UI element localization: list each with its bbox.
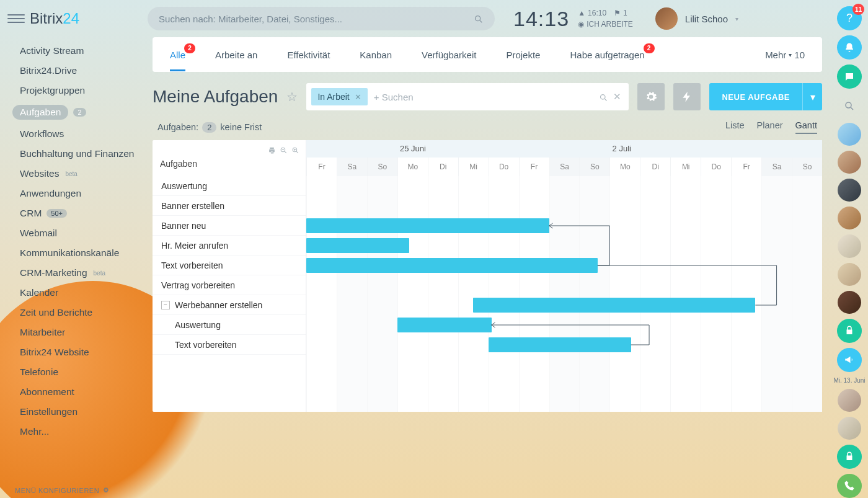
task-row[interactable]: Hr. Meier anrufen	[153, 236, 306, 256]
main-content: Alle2Arbeite anEffektivitätKanbanVerfügb…	[144, 37, 831, 498]
chevron-down-icon: ▾	[789, 51, 792, 58]
sidebar-item-9[interactable]: Webmail	[0, 223, 144, 243]
brand-logo[interactable]: Bitrix24	[30, 10, 79, 27]
sidebar-item-11[interactable]: CRM-Marketingbeta	[0, 263, 144, 283]
gantt-bar[interactable]	[473, 298, 755, 313]
phone-button[interactable]	[837, 474, 862, 498]
sidebar-item-5[interactable]: Buchhaltung und Finanzen	[0, 144, 144, 164]
sidebar-item-15[interactable]: Bitrix24 Website	[0, 342, 144, 362]
collapse-icon[interactable]: −	[161, 301, 170, 309]
chat-button[interactable]	[837, 64, 862, 89]
task-row[interactable]: Text vorbereiten	[153, 335, 306, 355]
task-row[interactable]: Banner neu	[153, 216, 306, 236]
tab-2[interactable]: Effektivität	[287, 38, 330, 71]
task-row[interactable]: −Werbebanner erstellen	[153, 295, 306, 315]
task-row[interactable]: Text vorbereiten	[153, 256, 306, 275]
sidebar-item-18[interactable]: Einstellungen	[0, 402, 144, 422]
sidebar-item-6[interactable]: Websitesbeta	[0, 164, 144, 184]
new-task-dropdown[interactable]: ▾	[802, 83, 822, 110]
sidebar-item-10[interactable]: Kommunikationskanäle	[0, 243, 144, 263]
contact-avatar-6[interactable]	[838, 263, 861, 286]
task-row[interactable]: Auswertung	[153, 315, 306, 335]
day-header: So	[579, 158, 609, 176]
favorite-star-icon[interactable]: ☆	[286, 89, 298, 104]
tab-more[interactable]: Mehr▾10	[765, 38, 805, 71]
day-header: Sa	[549, 158, 580, 176]
zoom-out-icon[interactable]	[280, 145, 288, 154]
gantt-timeline[interactable]	[306, 176, 822, 412]
sidebar-item-14[interactable]: Mitarbeiter	[0, 322, 144, 342]
tab-1[interactable]: Arbeite an	[215, 38, 257, 71]
user-name: Lilit Schoo	[685, 14, 728, 24]
user-menu[interactable]: Lilit Schoo ▾	[655, 7, 738, 30]
sidebar-item-0[interactable]: Activity Stream	[0, 41, 144, 61]
chip-remove-icon[interactable]: ✕	[355, 92, 361, 102]
notifications-button[interactable]	[837, 35, 862, 60]
day-header: Mi	[458, 158, 489, 176]
flag-icon: ⚑	[614, 9, 621, 17]
sidebar-item-17[interactable]: Abonnement	[0, 382, 144, 402]
lock-button-2[interactable]	[837, 445, 862, 469]
sidebar-item-2[interactable]: Projektgruppen	[0, 81, 144, 100]
tab-0[interactable]: Alle2	[170, 38, 185, 71]
gantt-bar[interactable]	[397, 318, 492, 332]
filter-box[interactable]: In Arbeit ✕ ✕	[306, 83, 629, 110]
view-planer[interactable]: Planer	[757, 120, 783, 134]
lock-button-1[interactable]	[837, 319, 862, 343]
task-row[interactable]: Banner erstellen	[153, 196, 306, 216]
contact-avatar-3[interactable]	[838, 179, 861, 202]
filter-clear-icon[interactable]: ✕	[613, 91, 621, 102]
view-list[interactable]: Liste	[725, 120, 745, 134]
sidebar-item-16[interactable]: Telefonie	[0, 362, 144, 382]
help-button[interactable]: ?11	[837, 6, 862, 30]
filter-input[interactable]	[374, 92, 600, 102]
sub-count: 2	[202, 122, 216, 133]
tab-5[interactable]: Projekte	[506, 38, 540, 71]
settings-button[interactable]	[637, 83, 665, 110]
tab-6[interactable]: Habe aufgetragen2	[570, 38, 644, 71]
configure-menu[interactable]: MENÜ KONFIGURIEREN⚙	[15, 486, 110, 494]
contact-avatar-9[interactable]	[838, 417, 861, 440]
tab-3[interactable]: Kanban	[360, 38, 392, 71]
sidebar-item-19[interactable]: Mehr...	[0, 422, 144, 442]
sidebar-item-12[interactable]: Kalender	[0, 283, 144, 303]
sidebar-item-3[interactable]: Aufgaben2	[0, 100, 144, 124]
task-row[interactable]: Vertrag vorbereiten	[153, 275, 306, 295]
sidebar-item-8[interactable]: CRM50+	[0, 203, 144, 223]
sidebar-item-4[interactable]: Workflows	[0, 124, 144, 144]
global-search-input[interactable]	[159, 14, 474, 24]
print-icon[interactable]	[268, 145, 276, 154]
search-rail-button[interactable]	[837, 94, 862, 118]
page-title: Meine Aufgaben	[153, 87, 278, 107]
search-icon[interactable]	[474, 13, 484, 24]
filter-search-icon[interactable]	[599, 91, 608, 102]
gantt-bar[interactable]	[306, 238, 409, 253]
contact-avatar-2[interactable]	[838, 151, 861, 174]
gantt-bar[interactable]	[306, 258, 598, 273]
clock-widget[interactable]: 14:13 ▲16:10 ⚑1 ◉ICH ARBEITE	[513, 7, 633, 31]
day-header: Do	[489, 158, 519, 176]
quick-action-button[interactable]	[673, 83, 701, 110]
sidebar-item-7[interactable]: Anwendungen	[0, 184, 144, 203]
tab-4[interactable]: Verfügbarkeit	[422, 38, 476, 71]
new-task-button[interactable]: NEUE AUFGABE	[709, 83, 802, 110]
sidebar-item-13[interactable]: Zeit und Berichte	[0, 303, 144, 322]
contact-avatar-7[interactable]	[838, 291, 861, 314]
contact-avatar-8[interactable]	[838, 389, 861, 412]
view-gantt[interactable]: Gantt	[795, 120, 817, 134]
contact-avatar-4[interactable]	[838, 207, 861, 229]
task-row[interactable]: Auswertung	[153, 176, 306, 196]
filter-chip[interactable]: In Arbeit ✕	[311, 88, 367, 105]
day-header: Sa	[761, 158, 792, 176]
gantt-bar[interactable]	[306, 218, 549, 233]
sidebar-item-1[interactable]: Bitrix24.Drive	[0, 61, 144, 81]
zoom-in-icon[interactable]	[291, 145, 299, 154]
view-switch: Liste Planer Gantt	[725, 120, 817, 134]
contact-avatar-5[interactable]	[838, 234, 861, 257]
left-sidebar: Activity StreamBitrix24.DriveProjektgrup…	[0, 37, 144, 498]
contact-avatar-1[interactable]	[838, 123, 861, 146]
global-search[interactable]	[148, 7, 495, 30]
broadcast-button[interactable]	[837, 348, 862, 372]
gantt-bar[interactable]	[489, 337, 631, 352]
menu-toggle[interactable]	[7, 10, 25, 27]
